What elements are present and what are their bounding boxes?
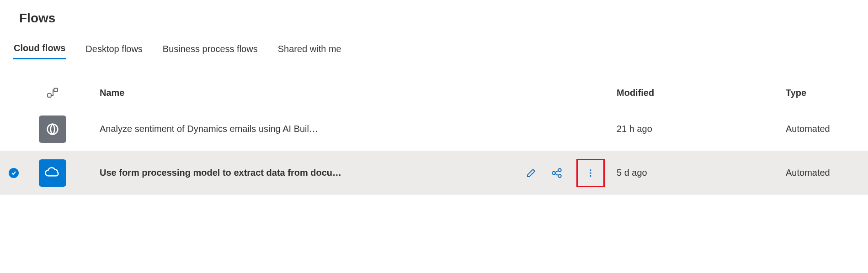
row-icon-cell bbox=[27, 159, 78, 187]
tabs-container: Cloud flows Desktop flows Business proce… bbox=[0, 39, 868, 59]
svg-point-8 bbox=[590, 175, 591, 176]
flow-name[interactable]: Analyze sentiment of Dynamics emails usi… bbox=[78, 124, 525, 134]
svg-rect-1 bbox=[54, 88, 58, 92]
svg-point-7 bbox=[590, 172, 591, 173]
svg-point-4 bbox=[558, 168, 561, 172]
flow-type: Automated bbox=[786, 124, 868, 134]
flow-modified: 21 h ago bbox=[617, 124, 786, 134]
share-icon[interactable] bbox=[551, 167, 563, 179]
flow-type: Automated bbox=[786, 168, 868, 178]
flows-table: Name Modified Type Analyze sentiment of … bbox=[0, 87, 868, 195]
more-vertical-icon[interactable] bbox=[585, 167, 596, 179]
table-header: Name Modified Type bbox=[0, 87, 868, 107]
row-actions bbox=[525, 159, 617, 187]
table-row[interactable]: Analyze sentiment of Dynamics emails usi… bbox=[0, 107, 868, 151]
table-row[interactable]: Use form processing model to extract dat… bbox=[0, 151, 868, 195]
checkmark-icon bbox=[9, 168, 19, 178]
svg-point-2 bbox=[48, 124, 58, 134]
column-modified-header[interactable]: Modified bbox=[617, 88, 786, 98]
more-commands-highlight bbox=[576, 159, 605, 187]
tab-desktop-flows[interactable]: Desktop flows bbox=[85, 40, 144, 59]
svg-point-3 bbox=[552, 171, 555, 174]
edit-icon[interactable] bbox=[525, 167, 537, 179]
svg-point-6 bbox=[590, 169, 591, 170]
column-name-header[interactable]: Name bbox=[78, 88, 525, 98]
row-select[interactable] bbox=[0, 168, 27, 178]
flow-modified: 5 d ago bbox=[617, 168, 786, 178]
tab-business-process-flows[interactable]: Business process flows bbox=[162, 40, 259, 59]
flow-type-icon bbox=[47, 87, 59, 99]
onedrive-icon bbox=[39, 159, 66, 187]
tab-cloud-flows[interactable]: Cloud flows bbox=[13, 39, 66, 59]
column-icon bbox=[27, 87, 78, 99]
svg-rect-0 bbox=[48, 94, 51, 97]
svg-point-5 bbox=[558, 174, 561, 178]
column-type-header[interactable]: Type bbox=[786, 88, 868, 98]
tab-shared-with-me[interactable]: Shared with me bbox=[277, 40, 342, 59]
page-title: Flows bbox=[0, 0, 868, 35]
row-icon-cell bbox=[27, 116, 78, 143]
flow-name[interactable]: Use form processing model to extract dat… bbox=[78, 168, 525, 178]
data-service-icon bbox=[39, 116, 66, 143]
